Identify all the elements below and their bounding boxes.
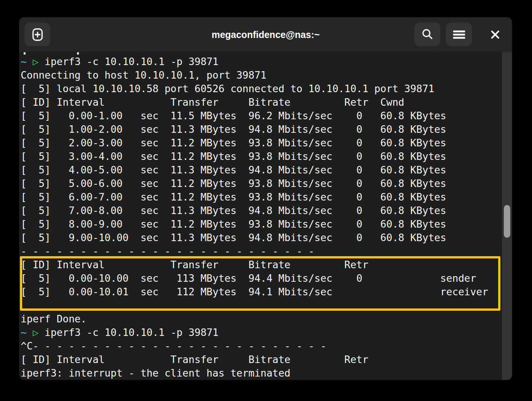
terminal-line: [ 5] 0.00-10.00 sec 113 MBytes 94.4 Mbit… [21,272,488,285]
terminal-line: [ 5] 4.00-5.00 sec 11.3 MBytes 94.8 Mbit… [21,163,488,177]
terminal-line: [ 5] 6.00-7.00 sec 11.2 MBytes 93.8 Mbit… [21,190,488,204]
text-fragment [24,52,26,55]
terminal-line: [ 5] 0.00-10.01 sec 112 MBytes 94.1 Mbit… [21,285,488,299]
terminal-screen[interactable]: ~ ▷ iperf3 -c 10.10.10.1 -p 39871Connect… [19,52,512,380]
close-x-icon [490,29,501,40]
terminal-line: - - - - - - - - - - - - - - - - - - - - … [21,245,488,258]
terminal-line: [ ID] Interval Transfer Bitrate Retr Cwn… [21,96,488,109]
terminal-line: ~ ▷ iperf3 -c 10.10.10.1 -p 39871 [21,326,488,339]
search-button[interactable] [414,23,440,46]
terminal-line: iperf3: interrupt - the client has termi… [21,366,488,380]
terminal-line: [ ID] Interval Transfer Bitrate Retr [21,258,488,272]
terminal-line: [ 5] 2.00-3.00 sec 11.2 MBytes 93.8 Mbit… [21,136,488,150]
terminal-line [21,299,488,312]
menu-button[interactable] [446,23,472,46]
terminal-line: [ 5] 1.00-2.00 sec 11.3 MBytes 94.8 Mbit… [21,123,488,136]
terminal-line: [ 5] 7.00-8.00 sec 11.3 MBytes 94.8 Mbit… [21,204,488,217]
close-button[interactable] [485,27,506,42]
new-tab-plus-icon [30,27,45,42]
scrollbar-thumb[interactable] [504,205,510,238]
text-fragment [77,52,79,55]
terminal-line: [ ID] Interval Transfer Bitrate Retr [21,353,488,366]
terminal-line: [ 5] 9.00-10.00 sec 11.3 MBytes 94.8 Mbi… [21,231,488,245]
terminal-line: [ 5] 3.00-4.00 sec 11.2 MBytes 93.8 Mbit… [21,150,488,163]
terminal-line: Connecting to host 10.10.10.1, port 3987… [21,68,488,82]
terminal-line: [ 5] 8.00-9.00 sec 11.2 MBytes 93.8 Mbit… [21,217,488,231]
hamburger-menu-icon [453,28,466,41]
terminal-line: iperf Done. [21,312,488,326]
terminal-line: ^C- - - - - - - - - - - - - - - - - - - … [21,339,488,353]
terminal-line: [ 5] 5.00-6.00 sec 11.2 MBytes 93.8 Mbit… [21,177,488,190]
new-tab-button[interactable] [24,23,50,46]
terminal-window: megaconfidence@nas:~ [19,17,512,380]
terminal-lines: ~ ▷ iperf3 -c 10.10.10.1 -p 39871Connect… [21,55,488,380]
magnifier-icon [421,28,434,41]
header-bar: megaconfidence@nas:~ [19,17,512,52]
clipped-scrollback-line [21,52,359,55]
terminal-line: ~ ▷ iperf3 -c 10.10.10.1 -p 39871 [21,55,488,68]
terminal-line: [ 5] 0.00-1.00 sec 11.5 MBytes 96.2 Mbit… [21,109,488,123]
screenshot-background: megaconfidence@nas:~ [0,0,532,401]
terminal-line: [ 5] local 10.10.10.58 port 60526 connec… [21,82,488,96]
